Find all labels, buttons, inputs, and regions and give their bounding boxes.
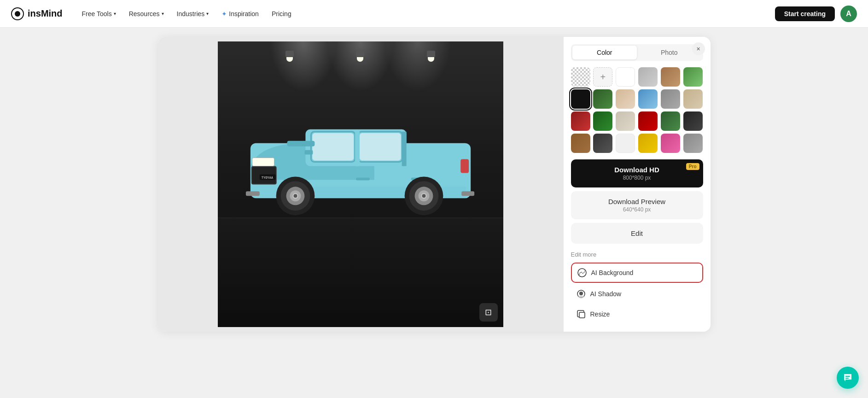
svg-point-29 bbox=[421, 194, 426, 199]
svg-point-1 bbox=[15, 11, 20, 17]
swatch-nature[interactable] bbox=[683, 67, 703, 87]
swatch-forest[interactable] bbox=[593, 89, 612, 109]
ai-background-item[interactable]: AI Background bbox=[571, 263, 703, 283]
svg-point-35 bbox=[578, 296, 584, 298]
svg-point-33 bbox=[578, 269, 586, 277]
swatch-dark2[interactable] bbox=[593, 134, 612, 153]
nav-industries[interactable]: Industries ▾ bbox=[172, 7, 214, 20]
avatar[interactable]: A bbox=[840, 6, 857, 22]
swatch-gray[interactable] bbox=[638, 67, 658, 87]
nav-links: Free Tools ▾ Resources ▾ Industries ▾ ✦ … bbox=[77, 7, 775, 20]
tabs: Color Photo bbox=[571, 44, 703, 61]
chevron-down-icon: ▾ bbox=[114, 11, 116, 16]
lamp-light bbox=[428, 57, 434, 62]
chevron-down-icon: ▾ bbox=[162, 11, 164, 16]
swatch-beige[interactable] bbox=[616, 89, 635, 109]
star-icon: ✦ bbox=[221, 10, 227, 18]
swatch-add[interactable]: + bbox=[593, 67, 612, 87]
download-hd-sub: 800*800 px bbox=[577, 175, 697, 181]
lamp-2 bbox=[356, 51, 364, 62]
canvas-area: TYOYAA bbox=[158, 37, 563, 332]
lamp-3 bbox=[427, 51, 435, 62]
swatch-red-studio[interactable] bbox=[571, 111, 590, 131]
nav-free-tools[interactable]: Free Tools ▾ bbox=[77, 7, 121, 20]
swatch-wood[interactable] bbox=[661, 67, 680, 87]
svg-rect-17 bbox=[356, 178, 370, 181]
swatch-room[interactable] bbox=[683, 89, 703, 109]
svg-rect-4 bbox=[312, 133, 354, 161]
lamp-light bbox=[286, 57, 293, 62]
swatch-xmas-tree[interactable] bbox=[661, 111, 680, 131]
swatch-dark-studio[interactable] bbox=[683, 111, 703, 131]
svg-rect-39 bbox=[845, 376, 850, 377]
chat-icon bbox=[842, 372, 853, 383]
swatch-white2[interactable] bbox=[616, 134, 635, 153]
svg-rect-15 bbox=[252, 158, 274, 166]
swatch-cobble[interactable] bbox=[661, 89, 680, 109]
floor-area bbox=[218, 218, 503, 327]
svg-rect-30 bbox=[245, 192, 259, 196]
ai-shadow-item[interactable]: AI Shadow bbox=[571, 285, 703, 303]
swatch-yellow[interactable] bbox=[638, 134, 658, 153]
edit-button[interactable]: Edit bbox=[571, 223, 703, 244]
download-preview-sub: 640*640 px bbox=[577, 206, 697, 213]
svg-rect-9 bbox=[402, 132, 406, 166]
swatches-grid: + bbox=[571, 67, 703, 153]
swatch-dark[interactable] bbox=[571, 89, 590, 109]
download-preview-title: Download Preview bbox=[577, 198, 697, 205]
chevron-down-icon: ▾ bbox=[206, 11, 209, 16]
ai-background-icon bbox=[577, 268, 587, 277]
swatch-pink[interactable] bbox=[661, 134, 680, 153]
edit-more-label: Edit more bbox=[571, 251, 703, 258]
navbar-right: Start creating A bbox=[775, 6, 857, 22]
swatch-red-bg[interactable] bbox=[638, 111, 658, 131]
navbar: insMind Free Tools ▾ Resources ▾ Industr… bbox=[0, 0, 868, 28]
lamps bbox=[218, 51, 503, 62]
resize-button[interactable]: ⊡ bbox=[479, 303, 498, 322]
logo[interactable]: insMind bbox=[11, 7, 63, 20]
nav-resources[interactable]: Resources ▾ bbox=[124, 7, 169, 20]
svg-rect-8 bbox=[355, 132, 360, 166]
svg-rect-32 bbox=[304, 150, 313, 155]
close-button[interactable]: × bbox=[692, 42, 705, 55]
svg-point-24 bbox=[293, 194, 297, 199]
ai-shadow-icon bbox=[577, 289, 586, 298]
nav-pricing[interactable]: Pricing bbox=[267, 7, 296, 20]
main-content: TYOYAA bbox=[0, 28, 868, 398]
swatch-white[interactable] bbox=[616, 67, 635, 87]
car-image: TYOYAA bbox=[232, 106, 489, 218]
logo-icon bbox=[11, 7, 24, 20]
download-hd-title: Download HD bbox=[577, 166, 697, 174]
svg-rect-40 bbox=[845, 378, 849, 379]
swatch-brown[interactable] bbox=[571, 134, 590, 153]
swatch-interior[interactable] bbox=[616, 111, 635, 131]
swatch-gray2[interactable] bbox=[683, 134, 703, 153]
editor-container: TYOYAA bbox=[158, 37, 711, 332]
resize-item[interactable]: Resize bbox=[571, 305, 703, 323]
resize-label: Resize bbox=[590, 310, 610, 318]
lamp-body bbox=[356, 51, 364, 57]
swatch-christmas[interactable] bbox=[593, 111, 612, 131]
download-hd-button[interactable]: Download HD 800*800 px Pro bbox=[571, 159, 703, 187]
svg-rect-5 bbox=[360, 133, 401, 161]
lamp-light bbox=[357, 57, 363, 62]
edit-more-items: AI Background AI Shadow bbox=[571, 263, 703, 323]
chat-bubble[interactable] bbox=[837, 367, 859, 389]
start-creating-button[interactable]: Start creating bbox=[775, 6, 835, 21]
lamp-body bbox=[427, 51, 435, 57]
tab-color[interactable]: Color bbox=[572, 46, 637, 59]
svg-rect-10 bbox=[287, 141, 315, 146]
sidebar-panel: × Color Photo + bbox=[563, 37, 711, 332]
svg-rect-38 bbox=[579, 312, 585, 318]
ai-shadow-label: AI Shadow bbox=[590, 290, 622, 298]
ai-background-label: AI Background bbox=[591, 269, 634, 276]
svg-rect-19 bbox=[460, 159, 469, 173]
resize-icon bbox=[577, 310, 586, 319]
pro-badge: Pro bbox=[686, 163, 699, 170]
lamp-body bbox=[285, 51, 294, 57]
nav-inspiration[interactable]: ✦ Inspiration bbox=[217, 7, 263, 20]
svg-rect-31 bbox=[461, 192, 474, 196]
swatch-beach[interactable] bbox=[638, 89, 658, 109]
download-preview-button[interactable]: Download Preview 640*640 px bbox=[571, 191, 703, 219]
swatch-transparent[interactable] bbox=[571, 67, 590, 87]
